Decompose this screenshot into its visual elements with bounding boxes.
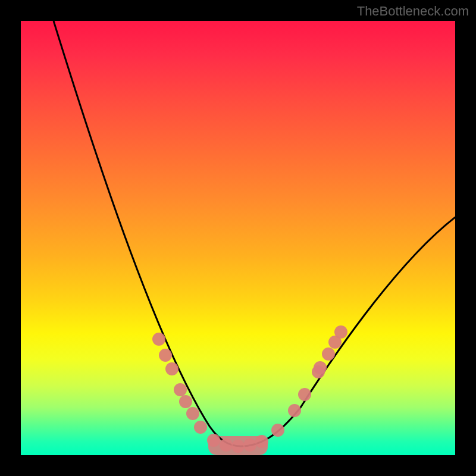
data-marker [165,362,178,375]
data-marker [231,440,245,453]
bottleneck-curve [54,21,455,446]
data-marker [322,347,335,361]
data-marker [207,434,220,447]
data-marker [179,395,192,408]
curve-layer [21,21,455,455]
data-marker [152,333,165,346]
data-marker [186,407,199,420]
plot-area [21,21,455,455]
data-marker [220,439,233,452]
data-marker [243,439,256,452]
data-marker [194,421,207,434]
watermark-text: TheBottleneck.com [357,4,469,19]
data-marker [314,361,327,374]
data-marker [255,435,268,448]
data-marker [334,325,347,339]
data-markers [152,325,347,453]
data-marker [174,383,187,396]
data-marker [298,388,311,401]
data-marker [288,404,301,417]
data-marker [159,349,172,362]
data-marker [271,424,284,437]
